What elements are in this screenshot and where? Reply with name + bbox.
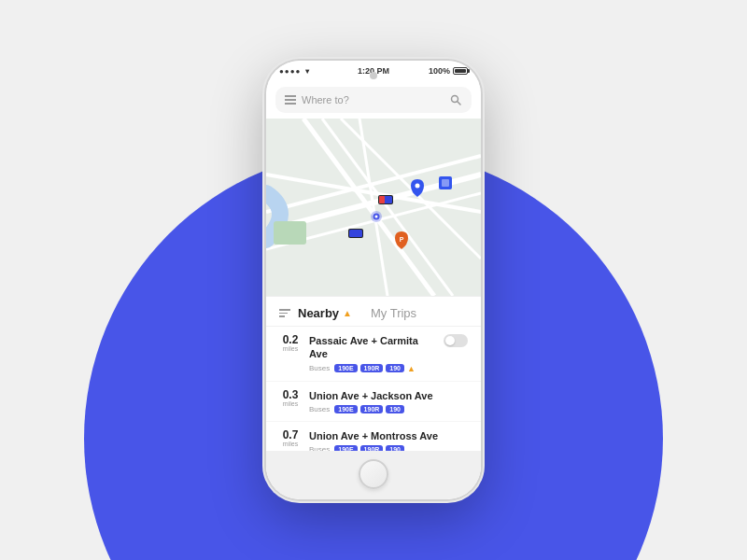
search-icon[interactable] (449, 93, 462, 106)
route-badge-1c: 190 (386, 364, 404, 372)
dist-unit-3: miles (279, 441, 302, 447)
status-battery: 100% (429, 66, 468, 76)
stop-distance-2: 0.3 miles (279, 389, 302, 407)
filter-line-3 (279, 315, 285, 317)
status-bar: ●●●● ▾ 1:20 PM 100% (266, 61, 481, 81)
route-badge-1a: 190E (334, 364, 357, 372)
tab-nearby[interactable]: Nearby (298, 306, 339, 320)
wifi-icon: ▾ (305, 67, 309, 76)
svg-point-20 (416, 184, 420, 189)
home-button-wrapper (266, 451, 481, 499)
route-badge-1b: 190R (360, 364, 384, 372)
route-badge-2a: 190E (334, 405, 357, 413)
status-signal: ●●●● ▾ (279, 67, 309, 76)
filter-line-1 (279, 309, 290, 311)
svg-rect-19 (349, 230, 362, 237)
dist-unit-2: miles (279, 400, 302, 407)
svg-rect-17 (379, 196, 385, 203)
phone-frame: ●●●● ▾ 1:20 PM 100% (266, 61, 481, 499)
stop-item-2[interactable]: 0.3 miles Union Ave + Jackson Ave Buses … (266, 382, 481, 422)
stop-name-3: Union Ave + Montross Ave (309, 429, 468, 442)
battery-text: 100% (429, 66, 450, 76)
bottom-panel: Nearby ▲ My Trips 0.2 miles Passaic Ave … (266, 296, 481, 462)
dist-number-1: 0.2 (279, 334, 302, 345)
battery-icon (453, 67, 468, 75)
toggle-knob-1 (445, 336, 455, 345)
battery-fill (455, 69, 466, 73)
status-time: 1:20 PM (358, 66, 389, 76)
nearby-alert-icon: ▲ (343, 308, 352, 318)
route-badge-2c: 190 (386, 405, 404, 413)
stop-alert-icon-1: ▲ (407, 364, 416, 373)
filter-icon[interactable] (279, 309, 290, 317)
stop-name-2: Union Ave + Jackson Ave (309, 389, 468, 402)
filter-line-2 (279, 313, 288, 315)
stop-routes-1: Buses 190E 190R 190 ▲ (309, 364, 436, 373)
stop-distance-3: 0.7 miles (279, 429, 302, 447)
hamburger-line-3 (285, 103, 296, 105)
route-badge-2b: 190R (360, 405, 384, 413)
tab-mytrips[interactable]: My Trips (371, 306, 416, 320)
signal-text: ●●●● (279, 67, 301, 76)
hamburger-line-2 (285, 99, 296, 101)
stop-info-1: Passaic Ave + Carmita Ave Buses 190E 190… (309, 334, 436, 373)
route-type-2: Buses (309, 405, 330, 413)
svg-line-1 (458, 102, 460, 105)
map-area[interactable]: P (266, 119, 481, 296)
svg-point-14 (375, 216, 378, 218)
dist-unit-1: miles (279, 345, 302, 352)
route-type-1: Buses (309, 364, 330, 372)
dist-number-2: 0.3 (279, 389, 302, 400)
hamburger-line-1 (285, 95, 296, 97)
svg-text:P: P (400, 236, 404, 243)
stop-routes-2: Buses 190E 190R 190 (309, 405, 468, 413)
hamburger-icon[interactable] (285, 95, 296, 105)
dist-number-3: 0.7 (279, 429, 302, 441)
stop-name-1: Passaic Ave + Carmita Ave (309, 334, 436, 361)
home-button[interactable] (359, 459, 388, 489)
stop-info-2: Union Ave + Jackson Ave Buses 190E 190R … (309, 389, 468, 413)
search-bar[interactable]: Where to? (275, 87, 472, 113)
svg-rect-23 (442, 179, 449, 187)
stop-item[interactable]: 0.2 miles Passaic Ave + Carmita Ave Buse… (266, 327, 481, 382)
stop-toggle-1[interactable] (444, 334, 468, 347)
stop-distance-1: 0.2 miles (279, 334, 302, 352)
stop-list: 0.2 miles Passaic Ave + Carmita Ave Buse… (266, 327, 481, 462)
tabs-bar: Nearby ▲ My Trips (266, 297, 481, 327)
phone-screen: ●●●● ▾ 1:20 PM 100% (266, 61, 481, 499)
svg-rect-11 (274, 221, 306, 245)
search-bar-container: Where to? (266, 81, 481, 119)
phone-device: ●●●● ▾ 1:20 PM 100% (266, 61, 481, 499)
search-placeholder[interactable]: Where to? (302, 94, 444, 105)
